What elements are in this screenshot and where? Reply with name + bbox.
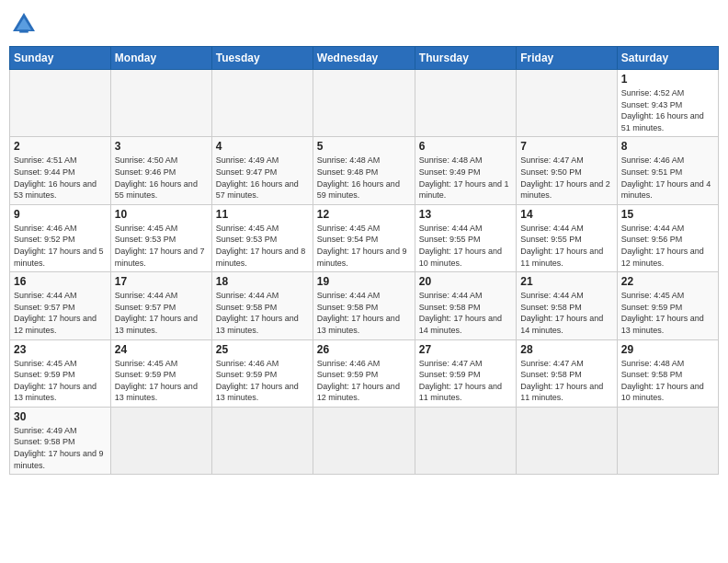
- day-cell: [313, 407, 415, 474]
- day-info: Sunrise: 4:45 AMSunset: 9:54 PMDaylight:…: [317, 223, 411, 269]
- day-cell: [617, 407, 718, 474]
- weekday-header-thursday: Thursday: [415, 47, 516, 70]
- day-cell: 1Sunrise: 4:52 AMSunset: 9:43 PMDaylight…: [617, 70, 718, 137]
- day-info: Sunrise: 4:49 AMSunset: 9:58 PMDaylight:…: [14, 425, 107, 471]
- logo-icon: [9, 9, 39, 39]
- day-cell: 20Sunrise: 4:44 AMSunset: 9:58 PMDayligh…: [415, 272, 516, 339]
- day-cell: [10, 70, 111, 137]
- day-number: 1: [621, 73, 714, 86]
- day-number: 22: [621, 275, 714, 288]
- day-cell: [517, 407, 617, 474]
- day-cell: 22Sunrise: 4:45 AMSunset: 9:59 PMDayligh…: [617, 272, 718, 339]
- weekday-header-saturday: Saturday: [617, 47, 718, 70]
- day-info: Sunrise: 4:48 AMSunset: 9:48 PMDaylight:…: [317, 155, 411, 201]
- day-cell: 3Sunrise: 4:50 AMSunset: 9:46 PMDaylight…: [110, 137, 211, 204]
- day-cell: [415, 407, 516, 474]
- day-number: 11: [216, 208, 309, 221]
- day-cell: 19Sunrise: 4:44 AMSunset: 9:58 PMDayligh…: [313, 272, 415, 339]
- weekday-header-friday: Friday: [517, 47, 617, 70]
- day-number: 8: [621, 140, 714, 153]
- weekday-header-row: SundayMondayTuesdayWednesdayThursdayFrid…: [10, 47, 719, 70]
- svg-rect-2: [19, 29, 28, 32]
- day-cell: 30Sunrise: 4:49 AMSunset: 9:58 PMDayligh…: [10, 407, 111, 474]
- day-cell: 14Sunrise: 4:44 AMSunset: 9:55 PMDayligh…: [517, 204, 617, 271]
- day-info: Sunrise: 4:47 AMSunset: 9:58 PMDaylight:…: [520, 358, 612, 404]
- day-info: Sunrise: 4:45 AMSunset: 9:59 PMDaylight:…: [621, 290, 714, 336]
- day-cell: 26Sunrise: 4:46 AMSunset: 9:59 PMDayligh…: [313, 339, 415, 407]
- day-info: Sunrise: 4:46 AMSunset: 9:52 PMDaylight:…: [14, 223, 107, 269]
- day-cell: [415, 70, 516, 137]
- day-number: 5: [317, 140, 411, 153]
- week-row-4: 16Sunrise: 4:44 AMSunset: 9:57 PMDayligh…: [10, 272, 719, 339]
- day-number: 10: [115, 208, 208, 221]
- day-info: Sunrise: 4:44 AMSunset: 9:55 PMDaylight:…: [520, 223, 612, 269]
- day-number: 28: [520, 343, 612, 356]
- calendar: SundayMondayTuesdayWednesdayThursdayFrid…: [9, 46, 719, 475]
- day-number: 2: [14, 140, 107, 153]
- day-number: 6: [419, 140, 512, 153]
- day-number: 26: [317, 343, 411, 356]
- day-number: 20: [419, 275, 512, 288]
- day-cell: 10Sunrise: 4:45 AMSunset: 9:53 PMDayligh…: [110, 204, 211, 271]
- day-cell: 21Sunrise: 4:44 AMSunset: 9:58 PMDayligh…: [517, 272, 617, 339]
- day-info: Sunrise: 4:48 AMSunset: 9:49 PMDaylight:…: [419, 155, 512, 201]
- logo: [9, 9, 42, 39]
- day-cell: [517, 70, 617, 137]
- day-number: 30: [14, 410, 107, 423]
- day-number: 29: [621, 343, 714, 356]
- day-number: 16: [14, 275, 107, 288]
- day-info: Sunrise: 4:44 AMSunset: 9:58 PMDaylight:…: [317, 290, 411, 336]
- day-number: 17: [115, 275, 208, 288]
- day-info: Sunrise: 4:52 AMSunset: 9:43 PMDaylight:…: [621, 87, 714, 133]
- day-cell: 28Sunrise: 4:47 AMSunset: 9:58 PMDayligh…: [517, 339, 617, 407]
- day-number: 15: [621, 208, 714, 221]
- day-number: 27: [419, 343, 512, 356]
- week-row-1: 1Sunrise: 4:52 AMSunset: 9:43 PMDaylight…: [10, 70, 719, 137]
- day-info: Sunrise: 4:47 AMSunset: 9:59 PMDaylight:…: [419, 358, 512, 404]
- day-info: Sunrise: 4:44 AMSunset: 9:58 PMDaylight:…: [520, 290, 612, 336]
- day-number: 23: [14, 343, 107, 356]
- day-cell: 11Sunrise: 4:45 AMSunset: 9:53 PMDayligh…: [211, 204, 313, 271]
- day-cell: 2Sunrise: 4:51 AMSunset: 9:44 PMDaylight…: [10, 137, 111, 204]
- day-info: Sunrise: 4:46 AMSunset: 9:59 PMDaylight:…: [216, 358, 309, 404]
- day-number: 3: [115, 140, 208, 153]
- day-info: Sunrise: 4:48 AMSunset: 9:58 PMDaylight:…: [621, 358, 714, 404]
- day-cell: 15Sunrise: 4:44 AMSunset: 9:56 PMDayligh…: [617, 204, 718, 271]
- week-row-6: 30Sunrise: 4:49 AMSunset: 9:58 PMDayligh…: [10, 407, 719, 474]
- weekday-header-monday: Monday: [110, 47, 211, 70]
- day-cell: 29Sunrise: 4:48 AMSunset: 9:58 PMDayligh…: [617, 339, 718, 407]
- day-number: 12: [317, 208, 411, 221]
- day-info: Sunrise: 4:44 AMSunset: 9:58 PMDaylight:…: [419, 290, 512, 336]
- day-cell: 18Sunrise: 4:44 AMSunset: 9:58 PMDayligh…: [211, 272, 313, 339]
- day-info: Sunrise: 4:49 AMSunset: 9:47 PMDaylight:…: [216, 155, 309, 201]
- week-row-5: 23Sunrise: 4:45 AMSunset: 9:59 PMDayligh…: [10, 339, 719, 407]
- day-cell: [110, 407, 211, 474]
- day-info: Sunrise: 4:44 AMSunset: 9:57 PMDaylight:…: [115, 290, 208, 336]
- day-cell: 9Sunrise: 4:46 AMSunset: 9:52 PMDaylight…: [10, 204, 111, 271]
- weekday-header-sunday: Sunday: [10, 47, 111, 70]
- day-cell: [110, 70, 211, 137]
- day-info: Sunrise: 4:45 AMSunset: 9:59 PMDaylight:…: [14, 358, 107, 404]
- day-cell: 6Sunrise: 4:48 AMSunset: 9:49 PMDaylight…: [415, 137, 516, 204]
- day-number: 4: [216, 140, 309, 153]
- day-cell: 4Sunrise: 4:49 AMSunset: 9:47 PMDaylight…: [211, 137, 313, 204]
- day-number: 14: [520, 208, 612, 221]
- header: [9, 9, 719, 39]
- weekday-header-wednesday: Wednesday: [313, 47, 415, 70]
- weekday-header-tuesday: Tuesday: [211, 47, 313, 70]
- day-info: Sunrise: 4:44 AMSunset: 9:55 PMDaylight:…: [419, 223, 512, 269]
- day-info: Sunrise: 4:44 AMSunset: 9:57 PMDaylight:…: [14, 290, 107, 336]
- day-number: 25: [216, 343, 309, 356]
- day-info: Sunrise: 4:50 AMSunset: 9:46 PMDaylight:…: [115, 155, 208, 201]
- day-number: 21: [520, 275, 612, 288]
- day-cell: 5Sunrise: 4:48 AMSunset: 9:48 PMDaylight…: [313, 137, 415, 204]
- page: SundayMondayTuesdayWednesdayThursdayFrid…: [0, 0, 728, 484]
- day-cell: 25Sunrise: 4:46 AMSunset: 9:59 PMDayligh…: [211, 339, 313, 407]
- day-info: Sunrise: 4:51 AMSunset: 9:44 PMDaylight:…: [14, 155, 107, 201]
- day-number: 24: [115, 343, 208, 356]
- day-number: 18: [216, 275, 309, 288]
- day-number: 9: [14, 208, 107, 221]
- day-cell: 12Sunrise: 4:45 AMSunset: 9:54 PMDayligh…: [313, 204, 415, 271]
- day-number: 19: [317, 275, 411, 288]
- day-info: Sunrise: 4:45 AMSunset: 9:53 PMDaylight:…: [115, 223, 208, 269]
